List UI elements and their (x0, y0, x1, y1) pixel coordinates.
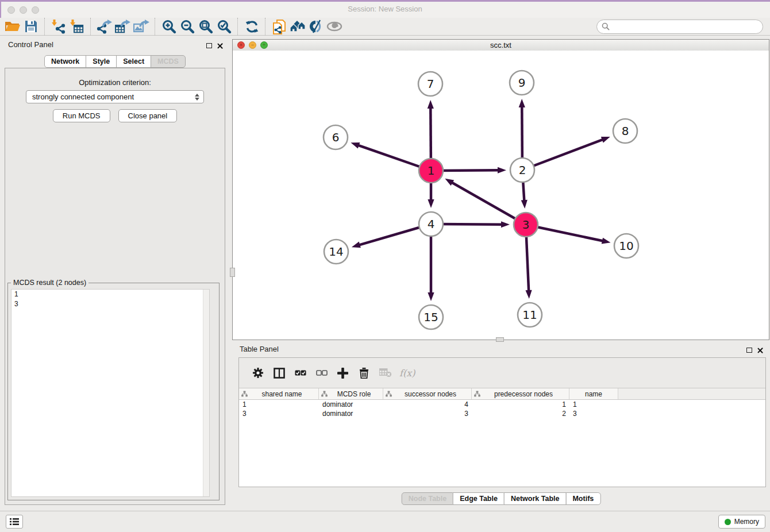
memory-button[interactable]: Memory (718, 515, 765, 529)
column-label: MCDS role (328, 390, 380, 398)
zoom-selected-icon (217, 19, 232, 34)
close-panel-button[interactable]: Close panel (118, 109, 178, 122)
import-table-icon (70, 19, 84, 34)
float-panel-icon[interactable] (206, 43, 212, 48)
export-network-button[interactable] (95, 18, 114, 34)
export-image-icon (133, 19, 149, 34)
table-cell[interactable]: 1 (472, 400, 569, 408)
tab-style[interactable]: Style (86, 55, 117, 68)
save-session-button[interactable] (22, 18, 40, 34)
function-builder-button: f(x) (399, 368, 415, 379)
task-history-button[interactable] (6, 515, 23, 529)
result-scrollbar[interactable] (203, 290, 209, 496)
close-panel-icon[interactable] (217, 43, 223, 49)
search-input[interactable] (613, 22, 763, 32)
zoom-out-icon (180, 19, 195, 34)
graph-node-9[interactable]: 9 (510, 71, 534, 95)
search-box[interactable] (596, 20, 763, 34)
table-cell[interactable]: 2 (472, 410, 569, 418)
control-panel: Control Panel NetworkStyleSelectMCDS Opt… (0, 36, 232, 511)
mcds-result-node: 1 (11, 290, 209, 299)
window-title: Session: New Session (0, 5, 770, 13)
export-table-button[interactable] (114, 18, 132, 34)
graph-node-15[interactable]: 15 (419, 305, 443, 329)
node-table: f(x) shared nameMCDS rolesuccessor nodes… (238, 357, 766, 487)
table-cell[interactable]: 1 (569, 400, 618, 408)
graph-node-14[interactable]: 14 (324, 240, 348, 264)
delete-row-icon (359, 367, 369, 379)
deselect-all-button[interactable] (311, 364, 332, 381)
graph-edge-2-8[interactable] (522, 137, 610, 170)
table-cell[interactable]: dominator (319, 400, 383, 408)
column-header-name[interactable]: name (569, 388, 618, 399)
import-network-button[interactable] (49, 18, 68, 34)
graph-node-3[interactable]: 3 (514, 213, 538, 237)
tab-node-table[interactable]: Node Table (402, 492, 453, 505)
table-row[interactable]: 3dominator323 (239, 409, 765, 418)
column-header-predecessor-nodes[interactable]: predecessor nodes (472, 388, 569, 399)
home-button[interactable] (288, 18, 307, 34)
eye-icon (326, 21, 342, 32)
refresh-button[interactable] (242, 18, 261, 34)
criterion-dropdown[interactable]: strongly connected component (26, 90, 204, 103)
table-row[interactable]: 1dominator411 (239, 400, 765, 409)
float-panel-icon[interactable] (746, 348, 752, 353)
vertical-splitter-grip[interactable] (230, 268, 235, 277)
graph-node-1[interactable]: 1 (419, 159, 443, 183)
select-all-button[interactable] (290, 364, 311, 381)
settings-gear-button[interactable] (247, 364, 268, 381)
column-header-shared-name[interactable]: shared name (239, 388, 319, 399)
clone-network-button[interactable] (270, 18, 288, 34)
close-panel-icon[interactable] (757, 347, 763, 353)
mcds-result-list[interactable]: 13 (11, 289, 210, 497)
table-cell[interactable]: dominator (319, 410, 383, 418)
graph-node-11[interactable]: 11 (518, 303, 542, 327)
open-session-button[interactable] (3, 18, 22, 34)
network-frame-titlebar[interactable]: × − + scc.txt (233, 40, 769, 51)
visual-style-button[interactable] (307, 18, 325, 34)
tab-network-table[interactable]: Network Table (504, 492, 567, 505)
column-header-MCDS-role[interactable]: MCDS role (319, 388, 383, 399)
clone-network-icon (272, 19, 287, 34)
horizontal-splitter-grip[interactable] (496, 337, 504, 342)
export-image-button[interactable] (132, 18, 151, 34)
graph-node-10[interactable]: 10 (614, 234, 638, 258)
delete-table-button (375, 364, 396, 381)
graph-edge-3-10[interactable] (526, 225, 611, 244)
zoom-fit-button[interactable] (197, 18, 215, 34)
graph-node-7[interactable]: 7 (418, 72, 442, 96)
network-canvas[interactable]: 1234678910111415 (233, 51, 769, 340)
table-toolbar: f(x) (239, 358, 765, 388)
svg-text:6: 6 (332, 130, 340, 144)
graph-node-8[interactable]: 8 (613, 119, 637, 143)
network-graph[interactable]: 1234678910111415 (233, 51, 769, 340)
table-cell[interactable]: 3 (239, 410, 319, 418)
columns-button[interactable] (268, 364, 290, 381)
tab-mcds[interactable]: MCDS (151, 55, 186, 68)
column-header-successor-nodes[interactable]: successor nodes (383, 388, 472, 399)
tab-select[interactable]: Select (116, 55, 151, 68)
graph-edge-3-1[interactable] (445, 179, 526, 225)
eye-button[interactable] (325, 18, 344, 34)
tab-network[interactable]: Network (44, 55, 86, 68)
add-row-button[interactable] (332, 364, 353, 381)
table-cell[interactable]: 1 (239, 400, 319, 408)
import-table-button[interactable] (68, 18, 86, 34)
table-cell[interactable]: 4 (383, 400, 472, 408)
home-icon (289, 20, 306, 33)
zoom-out-button[interactable] (178, 18, 197, 34)
table-cell[interactable]: 3 (569, 410, 618, 418)
graph-node-4[interactable]: 4 (419, 212, 443, 236)
delete-row-button[interactable] (353, 364, 375, 381)
graph-node-6[interactable]: 6 (324, 125, 348, 149)
settings-gear-icon (252, 367, 264, 379)
mcds-result-title: MCDS result (2 nodes) (11, 279, 88, 287)
tab-motifs[interactable]: Motifs (565, 492, 600, 505)
table-cell[interactable]: 3 (383, 410, 472, 418)
graph-node-2[interactable]: 2 (510, 158, 534, 182)
zoom-in-button[interactable] (160, 18, 178, 34)
tab-edge-table[interactable]: Edge Table (453, 492, 505, 505)
svg-text:15: 15 (424, 310, 438, 324)
zoom-selected-button[interactable] (215, 18, 233, 34)
run-mcds-button[interactable]: Run MCDS (53, 109, 110, 122)
